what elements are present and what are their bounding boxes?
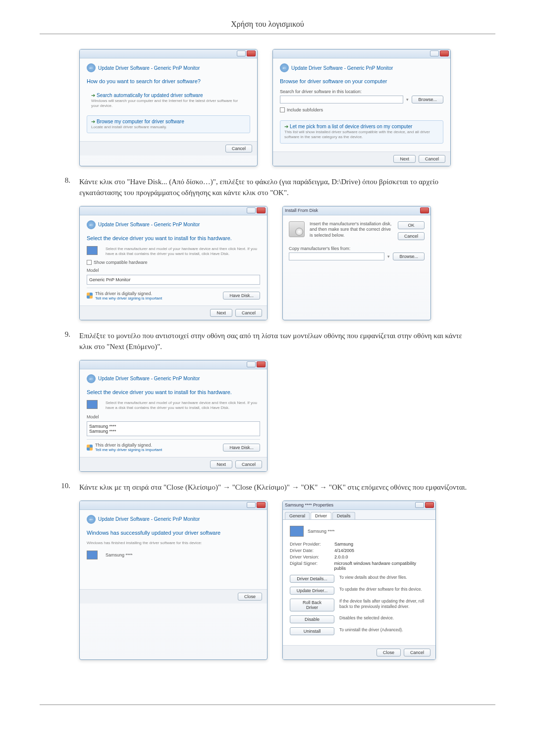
monitor-icon [87, 551, 98, 559]
option-pick-from-list[interactable]: ➔Let me pick from a list of device drive… [280, 120, 443, 144]
bullet-icon: ➔ [91, 93, 95, 98]
wizard-heading: Select the device driver you want to ins… [87, 235, 260, 241]
back-arrow-icon[interactable]: ← [87, 374, 96, 383]
ok-button[interactable]: OK [398, 221, 425, 229]
back-arrow-icon[interactable]: ← [87, 220, 96, 229]
close-icon[interactable] [440, 50, 449, 56]
next-button[interactable]: Next [393, 155, 416, 163]
tab-details[interactable]: Details [332, 512, 355, 519]
cancel-button[interactable]: Cancel [225, 145, 252, 152]
list-item[interactable]: Samsung **** [89, 429, 258, 434]
list-item[interactable]: Samsung **** [89, 424, 258, 429]
document-content: ← Update Driver Software - Generic PnP M… [0, 49, 535, 690]
model-label: Model [87, 268, 260, 273]
screenshot-row-3: ← Update Driver Software - Generic PnP M… [79, 360, 476, 472]
breadcrumb-text: Update Driver Software - Generic PnP Mon… [98, 376, 200, 381]
signing-link[interactable]: Tell me why driver signing is important [95, 448, 162, 452]
wizard-select-driver: ← Update Driver Software - Generic PnP M… [79, 206, 268, 320]
rollback-driver-button[interactable]: Roll Back Driver [290, 599, 334, 611]
close-icon[interactable] [425, 502, 434, 508]
option-subtitle: Locate and install driver software manua… [91, 125, 246, 130]
prop-value: microsoft windows hardware compatibility… [334, 561, 429, 571]
breadcrumb: ← Update Driver Software - Generic PnP M… [87, 220, 200, 229]
show-compatible-checkbox[interactable]: Show compatible hardware [87, 260, 260, 265]
option-browse[interactable]: ➔Browse my computer for driver software … [87, 115, 250, 133]
option-subtitle: This list will show installed driver sof… [284, 130, 439, 140]
cancel-button[interactable]: Cancel [404, 649, 430, 656]
minimize-icon[interactable] [247, 207, 256, 213]
close-button[interactable]: Close [238, 593, 262, 601]
have-disk-button[interactable]: Have Disk... [223, 292, 260, 300]
include-subfolders-checkbox[interactable]: Include subfolders [280, 107, 443, 112]
prop-value: 4/14/2005 [334, 548, 354, 553]
step-text: Επιλέξτε το μοντέλο που αντιστοιχεί στην… [79, 330, 476, 353]
close-icon[interactable] [247, 50, 256, 56]
wizard-heading: Browse for driver software on your compu… [280, 78, 443, 84]
checkbox-icon [280, 107, 285, 112]
back-arrow-icon[interactable]: ← [280, 63, 289, 72]
have-disk-button[interactable]: Have Disk... [223, 444, 260, 452]
breadcrumb-text: Update Driver Software - Generic PnP Mon… [98, 516, 200, 522]
minimize-icon[interactable] [430, 50, 439, 56]
breadcrumb: ← Update Driver Software - Generic PnP M… [280, 63, 393, 72]
option-title: Search automatically for updated driver … [97, 93, 203, 98]
wizard-select-model: ← Update Driver Software - Generic PnP M… [79, 360, 268, 472]
tab-general[interactable]: General [285, 512, 310, 519]
back-arrow-icon[interactable]: ← [87, 515, 96, 524]
step-text: Κάντε κλικ στο "Have Disk... (Από δίσκο…… [79, 176, 476, 199]
close-icon[interactable] [420, 207, 429, 213]
close-icon[interactable] [257, 207, 266, 213]
minimize-icon[interactable] [247, 361, 256, 367]
cancel-button[interactable]: Cancel [235, 460, 262, 468]
tab-driver[interactable]: Driver [311, 512, 331, 519]
cancel-button[interactable]: Cancel [398, 232, 425, 240]
breadcrumb: ← Update Driver Software - Generic PnP M… [87, 63, 200, 72]
update-driver-button[interactable]: Update Driver... [290, 587, 334, 595]
install-from-disk-dialog: Install From Disk Insert the manufacture… [282, 206, 431, 320]
signed-text: This driver is digitally signed. [95, 443, 162, 448]
prop-label: Driver Version: [290, 554, 334, 559]
step-9: 9. Επιλέξτε το μοντέλο που αντιστοιχεί σ… [59, 330, 476, 353]
close-button[interactable]: Close [376, 649, 401, 656]
uninstall-button[interactable]: Uninstall [290, 627, 334, 635]
step-number: 10. [59, 482, 79, 493]
model-list[interactable]: Samsung **** Samsung **** [87, 421, 260, 436]
success-heading: Windows has successfully updated your dr… [87, 530, 260, 536]
monitor-icon [87, 400, 98, 409]
btn-desc: Disables the selected device. [339, 615, 428, 621]
minimize-icon[interactable] [237, 50, 246, 56]
browse-button[interactable]: Browse... [412, 96, 443, 103]
dialog-title: Install From Disk [285, 208, 318, 213]
next-button[interactable]: Next [210, 309, 232, 317]
signing-link[interactable]: Tell me why driver signing is important [95, 296, 162, 301]
path-input[interactable] [280, 96, 403, 103]
list-item[interactable]: Generic PnP Monitor [89, 277, 258, 282]
browse-button[interactable]: Browse... [393, 252, 425, 260]
option-title: Let me pick from a list of device driver… [290, 124, 412, 129]
step-10: 10. Κάντε κλικ με τη σειρά στα "Close (Κ… [59, 482, 476, 493]
step-text: Κάντε κλικ με τη σειρά στα "Close (Κλείσ… [79, 482, 467, 493]
model-list[interactable]: Generic PnP Monitor [87, 275, 260, 285]
close-icon[interactable] [257, 502, 266, 508]
properties-dialog: Samsung **** Properties General Driver D… [282, 501, 436, 660]
success-device: Samsung **** [106, 553, 133, 557]
driver-details-button[interactable]: Driver Details... [290, 575, 334, 583]
step-8: 8. Κάντε κλικ στο "Have Disk... (Από δίσ… [59, 176, 476, 199]
wizard-search-method: ← Update Driver Software - Generic PnP M… [79, 49, 258, 166]
disable-button[interactable]: Disable [290, 615, 334, 623]
step-number: 9. [59, 330, 79, 353]
wizard-browse-location: ← Update Driver Software - Generic PnP M… [272, 49, 451, 166]
cancel-button[interactable]: Cancel [419, 155, 445, 163]
titlebar [80, 50, 257, 58]
path-input[interactable] [289, 252, 384, 260]
next-button[interactable]: Next [210, 460, 232, 468]
select-subtext: Select the manufacturer and model of you… [106, 247, 260, 257]
breadcrumb-text: Update Driver Software - Generic PnP Mon… [98, 65, 200, 71]
minimize-icon[interactable] [247, 502, 256, 508]
back-arrow-icon[interactable]: ← [87, 63, 96, 72]
help-icon[interactable] [415, 502, 424, 508]
option-search-auto[interactable]: ➔Search automatically for updated driver… [87, 89, 250, 112]
wizard-success: ← Update Driver Software - Generic PnP M… [79, 501, 268, 660]
close-icon[interactable] [257, 361, 266, 367]
cancel-button[interactable]: Cancel [235, 309, 262, 317]
